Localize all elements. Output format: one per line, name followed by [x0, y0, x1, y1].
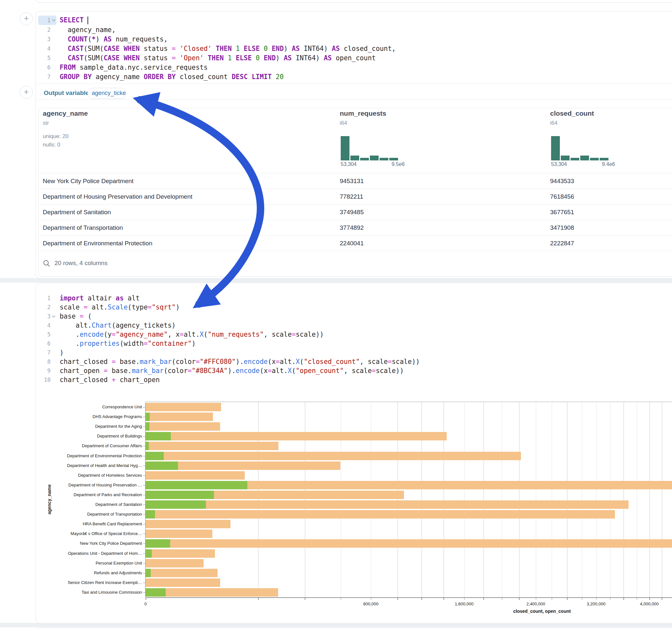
- code-line: 5 .encode(y="agency_name", x=alt.X("num_…: [38, 330, 420, 339]
- chevron-slot: [51, 313, 56, 319]
- code-text: GROUP BY agency_name ORDER BY closed_cou…: [59, 73, 284, 81]
- bar-closed: [146, 413, 213, 421]
- y-axis-label: Correspondence Unit: [55, 404, 142, 410]
- code-token: AS: [292, 45, 300, 52]
- code-token: chart_closed: [59, 358, 112, 366]
- code-token: [240, 45, 243, 52]
- code-text: SELECT: [59, 16, 88, 24]
- search-icon[interactable]: [43, 260, 51, 267]
- bar-closed: [146, 539, 672, 548]
- code-text: base = (: [59, 312, 92, 320]
- line-number: 1: [39, 295, 51, 301]
- histogram-bar: [580, 155, 589, 161]
- code-token: "closed_count": [304, 358, 360, 366]
- sql-code-editor[interactable]: 1SELECT 2 agency_name,3 COUNT(*) AS num_…: [38, 16, 396, 81]
- y-tick: [143, 554, 145, 554]
- table-cell: New York City Police Department: [43, 173, 134, 189]
- bar-closed: [146, 442, 279, 450]
- line-number: 6: [39, 340, 51, 347]
- code-token: [260, 54, 264, 62]
- code-token: =: [276, 358, 280, 366]
- code-token: =: [188, 367, 192, 374]
- bar-closed: [146, 403, 221, 411]
- code-token: [252, 54, 256, 62]
- code-text: chart_closed + chart_open: [59, 376, 160, 384]
- code-token: X: [200, 331, 203, 338]
- y-axis-label: Department of Environmental Protection: [55, 453, 142, 459]
- cell-gap-band: [0, 623, 672, 627]
- code-token: as: [116, 294, 124, 302]
- chevron-down-icon[interactable]: [52, 315, 55, 318]
- line-gutter: 8: [38, 357, 56, 366]
- code-token: =: [83, 303, 88, 311]
- code-token: ELSE: [244, 45, 260, 52]
- code-token: alt.: [280, 358, 296, 366]
- code-token: [248, 73, 251, 81]
- y-axis-line: [145, 402, 146, 597]
- histogram-bar: [351, 155, 359, 161]
- chevron-slot: [51, 65, 56, 70]
- add-cell-button[interactable]: +: [20, 86, 33, 99]
- line-gutter: 4: [38, 44, 56, 53]
- code-line: 3base = (: [38, 312, 420, 321]
- table-cell: Department of Environmental Protection: [43, 236, 152, 251]
- code-token: 'Open': [179, 54, 203, 62]
- histogram-bar: [360, 158, 369, 161]
- code-token: (x: [260, 367, 268, 374]
- line-number: 5: [39, 55, 51, 61]
- code-token: [212, 45, 216, 52]
- x-tick: [443, 598, 444, 600]
- python-code-editor[interactable]: 1import altair as alt2scale = alt.Scale(…: [38, 294, 420, 384]
- code-token: GROUP BY: [59, 73, 92, 81]
- column-stat: nulls: 0: [43, 141, 68, 149]
- histogram-bar: [561, 155, 570, 161]
- code-token: (: [203, 331, 208, 338]
- code-token: 20: [276, 73, 284, 81]
- y-tick: [143, 436, 145, 437]
- gridline: [422, 402, 422, 597]
- chevron-slot: [51, 27, 56, 33]
- code-token: alt: [124, 294, 140, 302]
- text-cursor: [88, 17, 88, 24]
- code-token: =: [112, 331, 115, 338]
- code-line: 6FROM sample_data.nyc.service_requests: [38, 63, 396, 72]
- code-token: (y: [104, 331, 112, 338]
- code-text: FROM sample_data.nyc.service_requests: [59, 64, 208, 71]
- gridline: [258, 402, 259, 597]
- column-name: agency_name: [43, 110, 88, 117]
- code-token: [120, 54, 123, 62]
- gridline: [483, 402, 484, 597]
- y-tick: [143, 514, 145, 515]
- code-token: CAST: [68, 54, 83, 62]
- chevron-down-icon[interactable]: [52, 19, 55, 21]
- code-token: properties: [80, 340, 120, 347]
- code-token: FROM: [59, 64, 75, 71]
- code-text: import altair as alt: [59, 294, 140, 302]
- histogram-max-label: 9.4e6: [602, 162, 615, 167]
- add-cell-button[interactable]: +: [20, 12, 33, 25]
- x-tick: [567, 598, 568, 600]
- code-token: =: [144, 340, 147, 347]
- bar-open: [146, 442, 149, 450]
- y-axis-label: HRA Benefit Card Replacement: [55, 521, 142, 527]
- y-tick: [143, 543, 145, 544]
- bar-closed: [146, 452, 521, 460]
- table-cell: 3749485: [340, 204, 364, 220]
- column-name: closed_count: [550, 110, 594, 117]
- line-number: 8: [39, 358, 51, 365]
- code-token: [59, 45, 68, 52]
- y-tick: [143, 573, 145, 573]
- line-gutter: 10: [38, 375, 56, 384]
- code-token: (agency_tickets): [112, 321, 175, 329]
- output-variable-pill[interactable]: agency_tickets: [88, 88, 126, 99]
- code-text: .encode(y="agency_name", x=alt.X("num_re…: [59, 331, 324, 338]
- y-tick: [143, 466, 145, 466]
- cell-gap-band: [0, 278, 672, 283]
- line-number: 2: [39, 304, 51, 311]
- code-token: altair: [83, 294, 116, 302]
- gridline: [552, 402, 552, 597]
- x-tick: [398, 598, 398, 600]
- bar-closed: [146, 559, 203, 567]
- bar-open: [146, 491, 214, 499]
- line-number: 3: [39, 313, 51, 319]
